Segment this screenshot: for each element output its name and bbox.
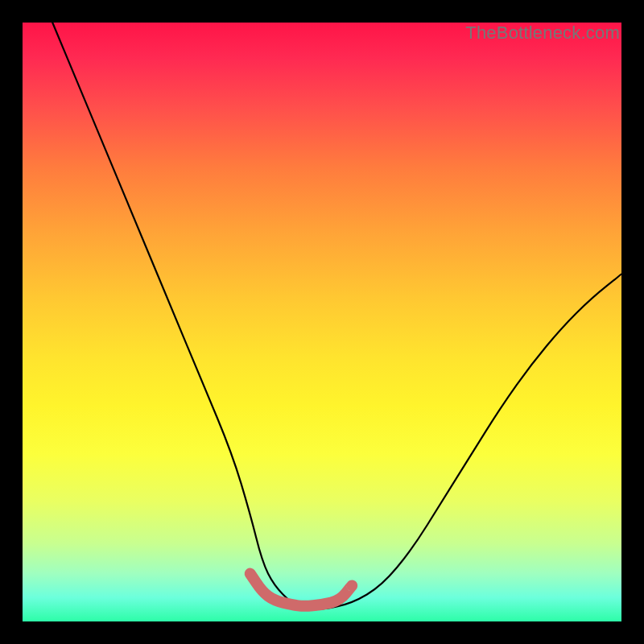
chart-svg bbox=[23, 23, 621, 621]
chart-frame: TheBottleneck.com bbox=[0, 0, 644, 644]
plot-area bbox=[23, 23, 621, 621]
optimal-zone-highlight bbox=[250, 574, 353, 606]
bottleneck-curve bbox=[52, 23, 621, 609]
watermark-text: TheBottleneck.com bbox=[465, 23, 620, 43]
